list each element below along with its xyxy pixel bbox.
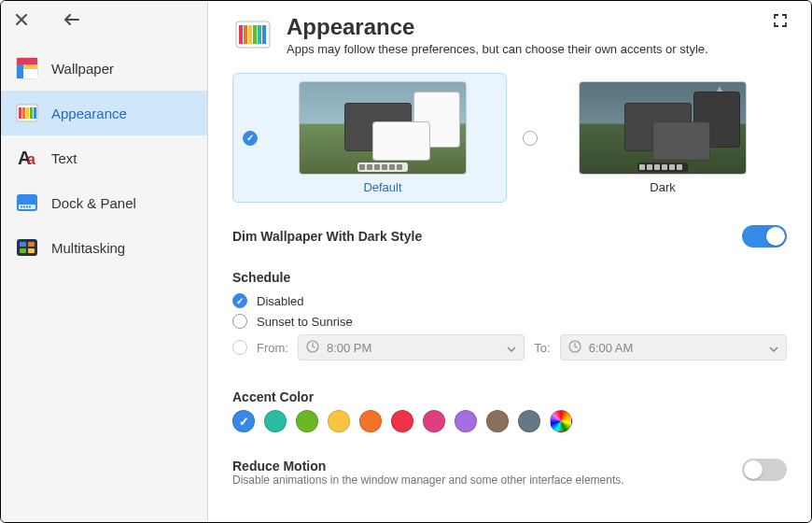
svg-rect-1	[17, 58, 37, 64]
schedule-from-value: 8:00 PM	[327, 341, 371, 355]
svg-rect-18	[29, 206, 31, 208]
window-body: Wallpaper Appearance Aa Text	[1, 1, 811, 522]
sidebar-item-appearance[interactable]: Appearance	[1, 91, 207, 135]
svg-rect-21	[28, 242, 35, 247]
theme-preview-dark-wrap: ▲ Dark	[549, 81, 777, 194]
accent-auto[interactable]	[550, 410, 572, 432]
accent-blue[interactable]	[232, 410, 255, 432]
schedule-sunset-label: Sunset to Sunrise	[257, 315, 353, 329]
accent-pink[interactable]	[423, 410, 445, 432]
sidebar-item-multitasking[interactable]: Multitasking	[1, 225, 207, 270]
svg-rect-15	[21, 206, 22, 208]
svg-rect-6	[19, 107, 21, 119]
theme-label-default: Default	[363, 180, 401, 194]
accent-yellow[interactable]	[328, 410, 350, 432]
sidebar-item-label: Appearance	[51, 106, 127, 121]
svg-rect-25	[239, 25, 243, 44]
reduce-motion-row: Reduce Motion Disable animations in the …	[232, 453, 787, 492]
theme-option-dark[interactable]: ▲ Dark	[512, 73, 787, 203]
theme-radio-dark[interactable]	[523, 131, 538, 146]
schedule-to-select[interactable]: 6:00 AM	[560, 334, 787, 360]
theme-preview-dark: ▲	[579, 81, 747, 175]
theme-selector: Default ▲ Dark	[232, 73, 787, 203]
svg-rect-23	[28, 248, 35, 253]
sidebar-item-label: Multitasking	[51, 240, 125, 256]
accent-title: Accent Color	[232, 389, 787, 404]
svg-rect-29	[258, 25, 261, 44]
accent-teal[interactable]	[264, 410, 287, 432]
clock-icon	[568, 340, 581, 356]
schedule-to-label: To:	[534, 341, 550, 355]
wallpaper-icon	[14, 55, 40, 81]
main-header-text: Appearance Apps may follow these prefere…	[287, 14, 708, 56]
schedule-sunset-row[interactable]: Sunset to Sunrise	[232, 311, 787, 332]
svg-text:a: a	[27, 151, 35, 167]
sidebar-item-label: Wallpaper	[51, 61, 114, 77]
svg-rect-17	[26, 206, 28, 208]
back-icon[interactable]	[64, 12, 79, 27]
theme-preview-default-wrap: Default	[269, 81, 497, 194]
svg-rect-3	[23, 64, 37, 69]
schedule-title: Schedule	[232, 270, 787, 285]
accent-brown[interactable]	[486, 410, 509, 432]
sidebar-item-dock-panel[interactable]: Dock & Panel	[1, 180, 207, 225]
sidebar-item-label: Dock & Panel	[51, 195, 136, 211]
svg-rect-30	[262, 25, 266, 44]
clock-icon	[306, 340, 319, 356]
schedule-radio-sunset[interactable]	[232, 314, 247, 329]
multitasking-icon	[14, 234, 40, 261]
text-icon: Aa	[14, 145, 40, 171]
sidebar-items: Wallpaper Appearance Aa Text	[1, 44, 207, 270]
svg-rect-20	[20, 242, 26, 247]
svg-rect-10	[34, 107, 36, 119]
chevron-down-icon	[507, 341, 516, 355]
close-icon[interactable]	[14, 12, 29, 27]
accent-red[interactable]	[391, 410, 413, 432]
schedule-radio-disabled[interactable]	[232, 293, 247, 308]
settings-window: Wallpaper Appearance Aa Text	[0, 0, 812, 523]
svg-rect-8	[26, 107, 29, 119]
reduce-motion-switch[interactable]	[742, 459, 787, 481]
accent-orange[interactable]	[359, 410, 382, 432]
appearance-header-icon	[232, 14, 273, 55]
svg-rect-7	[22, 107, 25, 119]
svg-rect-9	[30, 107, 33, 119]
svg-rect-16	[23, 206, 25, 208]
svg-rect-22	[20, 248, 26, 253]
sidebar-header	[1, 1, 207, 44]
schedule-disabled-row[interactable]: Disabled	[232, 290, 787, 311]
dim-wallpaper-row: Dim Wallpaper With Dark Style	[232, 219, 787, 253]
schedule-from-select[interactable]: 8:00 PM	[298, 334, 525, 360]
theme-preview-default	[299, 81, 467, 175]
dim-wallpaper-label: Dim Wallpaper With Dark Style	[232, 229, 422, 244]
theme-radio-default[interactable]	[243, 131, 258, 146]
sidebar-item-wallpaper[interactable]: Wallpaper	[1, 46, 207, 91]
theme-label-dark: Dark	[650, 180, 675, 194]
schedule-to-value: 6:00 AM	[589, 341, 634, 355]
chevron-down-icon	[769, 341, 778, 355]
svg-rect-4	[23, 69, 37, 78]
sidebar-item-label: Text	[51, 150, 77, 166]
reduce-motion-label: Reduce Motion	[232, 459, 624, 474]
accent-green[interactable]	[296, 410, 318, 432]
svg-rect-28	[253, 25, 257, 44]
schedule-radio-custom[interactable]	[232, 340, 247, 355]
main-header: Appearance Apps may follow these prefere…	[232, 14, 787, 56]
svg-rect-2	[17, 64, 23, 78]
schedule-from-label: From:	[257, 341, 288, 355]
page-title: Appearance	[287, 14, 708, 40]
svg-rect-27	[248, 25, 252, 44]
sidebar-item-text[interactable]: Aa Text	[1, 135, 207, 180]
accent-color-row	[232, 410, 787, 432]
theme-option-default[interactable]: Default	[232, 73, 507, 203]
svg-rect-19	[17, 239, 37, 256]
accent-purple[interactable]	[455, 410, 477, 432]
page-subtitle: Apps may follow these preferences, but c…	[287, 42, 708, 56]
appearance-icon	[14, 100, 40, 126]
accent-slate[interactable]	[518, 410, 540, 432]
main-content: Appearance Apps may follow these prefere…	[208, 1, 811, 522]
sidebar: Wallpaper Appearance Aa Text	[1, 1, 208, 522]
expand-icon[interactable]	[774, 14, 787, 31]
dock-panel-icon	[14, 190, 40, 216]
dim-wallpaper-switch[interactable]	[742, 225, 787, 247]
